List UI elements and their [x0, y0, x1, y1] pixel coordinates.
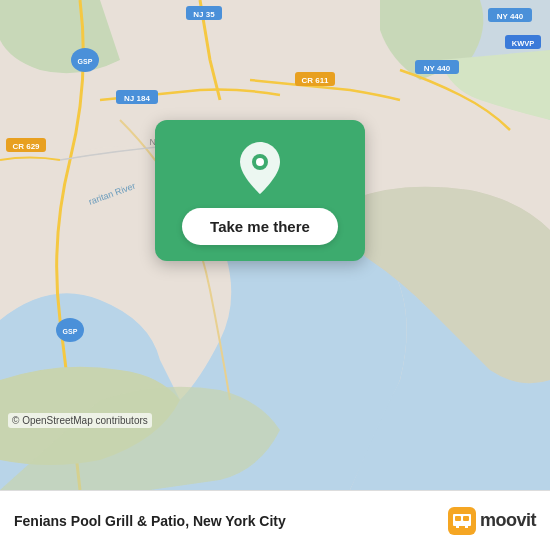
svg-text:CR 611: CR 611 — [301, 76, 329, 85]
svg-rect-26 — [455, 516, 461, 521]
moovit-text: moovit — [480, 510, 536, 531]
osm-credit: © OpenStreetMap contributors — [8, 413, 152, 428]
take-me-there-button[interactable]: Take me there — [182, 208, 338, 245]
svg-point-24 — [256, 158, 264, 166]
svg-text:GSP: GSP — [78, 58, 93, 65]
svg-text:GSP: GSP — [63, 328, 78, 335]
place-name: Fenians Pool Grill & Patio, New York Cit… — [14, 513, 448, 529]
moovit-bus-icon — [448, 507, 476, 535]
svg-text:NJ 184: NJ 184 — [124, 94, 150, 103]
map-container: NJ 35 NJ 184 CR 611 NY 440 NY 440 KWVP C… — [0, 0, 550, 490]
location-card: Take me there — [155, 120, 365, 261]
bottom-bar: Fenians Pool Grill & Patio, New York Cit… — [0, 490, 550, 550]
svg-text:NJ 35: NJ 35 — [193, 10, 215, 19]
moovit-logo: moovit — [448, 507, 536, 535]
svg-text:KWVP: KWVP — [512, 39, 535, 48]
svg-text:CR 629: CR 629 — [12, 142, 40, 151]
svg-rect-27 — [463, 516, 469, 521]
location-pin-icon — [236, 140, 284, 196]
svg-text:NY 440: NY 440 — [424, 64, 451, 73]
svg-text:NY 440: NY 440 — [497, 12, 524, 21]
